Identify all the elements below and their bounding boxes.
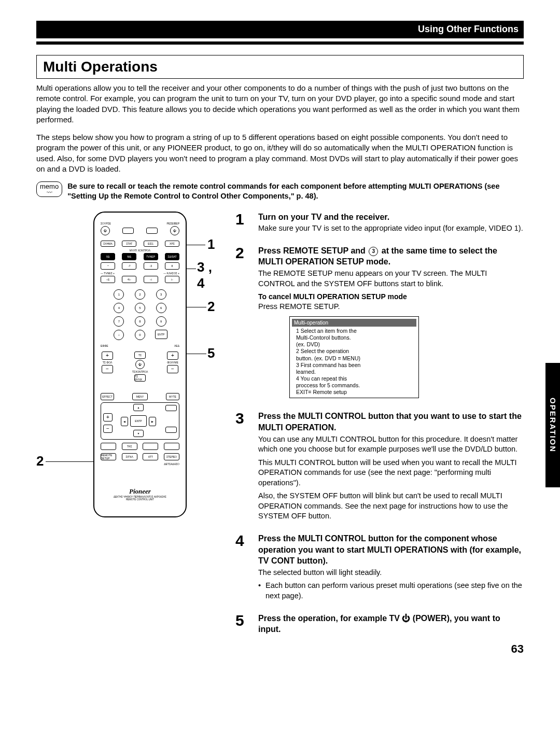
btn-small-2: ΣΤΑΤ xyxy=(122,241,136,247)
memo-text: Be sure to recall or teach the remote co… xyxy=(67,181,524,201)
memo-row: memo 〰 Be sure to recall or teach the re… xyxy=(36,181,524,201)
header-bar: Using Other Functions xyxy=(36,21,524,38)
numpad-4: 4 xyxy=(114,303,124,313)
callout-right-34: 3 , 4 xyxy=(197,259,223,291)
menu-button: MENY xyxy=(132,393,148,400)
btn-att: ΑΤΤ xyxy=(143,453,158,460)
remote-setup-button: REMOTE SETUP xyxy=(101,453,116,460)
multi-btn-3: TVNEP xyxy=(144,253,158,260)
multi-btn-6: ◦7 xyxy=(122,262,136,270)
multi-btn-2: ΜΔ xyxy=(122,253,136,260)
system-off-button xyxy=(146,228,158,234)
numpad-1: 1 xyxy=(114,289,124,300)
numpad-enter: ENTP xyxy=(155,330,167,339)
screen-line-3: 2 Select the operation xyxy=(296,348,416,355)
steps-column: 1 Turn on your TV and the receiver. Make… xyxy=(235,212,524,644)
numpad-2: 2 xyxy=(135,289,145,300)
step-3-body1: You can use any MULTI CONTROL button for… xyxy=(258,434,524,455)
numpad-0: 0 xyxy=(135,330,145,340)
page-number: 63 xyxy=(511,642,524,656)
cursor-left-icon: ◀ xyxy=(121,417,128,426)
enter-button: ENTP xyxy=(130,415,147,427)
multi-btn-1: ΧΔ xyxy=(101,253,115,260)
step-5-heading: Press the operation, for example TV ⏻ (P… xyxy=(258,613,524,635)
brand-sub2: REMOTE CONTROL UNIT xyxy=(94,498,186,501)
intro-paragraph-2: The steps below show you how to program … xyxy=(36,132,524,174)
intro-paragraph-1: Multi operations allow you to tell the r… xyxy=(36,83,524,125)
page-title: Multi Operations xyxy=(43,59,517,75)
btn-small-3: ΕΙΣ1 xyxy=(144,241,158,247)
title-box: Multi Operations xyxy=(36,55,524,79)
multi-btn-7: ◦3 xyxy=(144,262,158,270)
step-2-number: 2 xyxy=(235,245,251,403)
vol-down: − xyxy=(167,365,178,373)
callout-right-5: 5 xyxy=(207,345,215,361)
step-3-body2: This MULTI CONTROL button will be used w… xyxy=(258,458,524,488)
btn-signal: ΣΙΓΝΛ xyxy=(122,453,137,460)
step-1-heading: Turn on your TV and the receiver. xyxy=(258,212,524,223)
effect-button: EFFECT xyxy=(101,393,114,400)
btn-2c xyxy=(164,443,179,450)
step-2-heading-a: Press REMOTE SETUP and xyxy=(258,246,368,255)
screen-line-2: (ex. DVD) xyxy=(296,341,416,348)
step-2: 2 Press REMOTE SETUP and 3 at the same t… xyxy=(235,245,524,403)
step-1-body: Make sure your TV is set to the appropri… xyxy=(258,223,524,234)
step-2-heading: Press REMOTE SETUP and 3 at the same tim… xyxy=(258,245,524,268)
step-1: 1 Turn on your TV and the receiver. Make… xyxy=(235,212,524,237)
btn-stereo: ΣΤΕΡΕΟ xyxy=(164,453,179,460)
tv-screen-box: Multi-operation 1 Select an item from th… xyxy=(289,316,419,399)
numpad-5: 5 xyxy=(135,303,145,313)
step-5-heading-a: Press the operation, for example TV xyxy=(258,614,402,623)
numpad-3-icon: 3 xyxy=(369,247,378,256)
cursor-down-icon: ▼ xyxy=(133,430,144,437)
source-power-icon: ⏻ xyxy=(101,226,110,235)
screen-line-0: 1 Select an item from the xyxy=(296,328,416,334)
screen-line-5: 3 First command has been xyxy=(296,362,416,369)
memo-badge: memo 〰 xyxy=(36,181,62,197)
multi-btn-5: 𝄐 xyxy=(101,262,115,270)
callout-left-2: 2 xyxy=(36,453,44,469)
remote-illustration-column: 2 1 3 , 4 2 5 ΣΟΥΡΣΕΡΕΣΕΙΒΕΡ xyxy=(36,212,223,644)
memo-wave-icon: 〰 xyxy=(47,190,52,195)
screen-lines: 1 Select an item from the Multi-Contorol… xyxy=(292,328,416,396)
step-5-number: 5 xyxy=(235,613,251,636)
screen-line-8: proccess for 5 commands. xyxy=(296,382,416,389)
tv-vol-up: + xyxy=(102,352,113,360)
step-4-bullet: Each button can perform various preset m… xyxy=(258,581,524,601)
tv-func: ΤΣ ΦΥΝΧ xyxy=(134,374,146,382)
btn-small-4: ΧΡΣ xyxy=(165,241,179,247)
numpad-clear: ○ xyxy=(114,330,124,340)
numpad-8: 8 xyxy=(135,316,145,327)
callout-right-1: 1 xyxy=(207,236,215,252)
cursor-plus: + xyxy=(103,413,113,421)
step-3-body3: Also, the SYSTEM OFF button will blink b… xyxy=(258,491,524,522)
callout-line-left-2 xyxy=(46,461,93,462)
btn-system xyxy=(101,443,116,450)
tv-vol-down: − xyxy=(102,365,113,373)
screen-line-6: learned. xyxy=(296,369,416,375)
step-1-number: 1 xyxy=(235,212,251,237)
btn-2b xyxy=(143,443,158,450)
header-divider xyxy=(36,41,524,45)
btn-small-1: ΣΧΗΜΑ xyxy=(101,241,115,247)
callout-right-2: 2 xyxy=(207,299,215,315)
step-5: 5 Press the operation, for example TV ⏻ … xyxy=(235,613,524,636)
numpad-9: 9 xyxy=(156,316,166,327)
btn-row4-1: ◁1 xyxy=(101,276,115,283)
screen-title: Multi-operation xyxy=(292,319,416,327)
step-2-subheading: To cancel MULTI OPERATION SETUP mode xyxy=(258,292,524,302)
receiver-power-icon: ⏻ xyxy=(170,226,179,235)
cursor-up-icon: ▲ xyxy=(133,404,144,411)
multi-btn-4: ΣΔ/SAT xyxy=(165,253,179,260)
tv-mute: ΤΣ xyxy=(134,352,146,359)
level-button xyxy=(165,427,177,433)
screen-line-1: Multi-Contorol buttons. xyxy=(296,334,416,341)
step-4-heading: Press the MULTI CONTROL button for the c… xyxy=(258,533,524,567)
step-4: 4 Press the MULTI CONTROL button for the… xyxy=(235,533,524,604)
step-2-body1: The REMOTE SETUP menu appears on your TV… xyxy=(258,269,524,289)
vol-up: + xyxy=(167,352,178,360)
numpad-6: 6 xyxy=(156,303,166,313)
screen-line-4: button. (ex. DVD = MENU) xyxy=(296,355,416,362)
numpad-3: 3 xyxy=(156,289,166,300)
tv-power: ⏻ xyxy=(135,360,145,369)
